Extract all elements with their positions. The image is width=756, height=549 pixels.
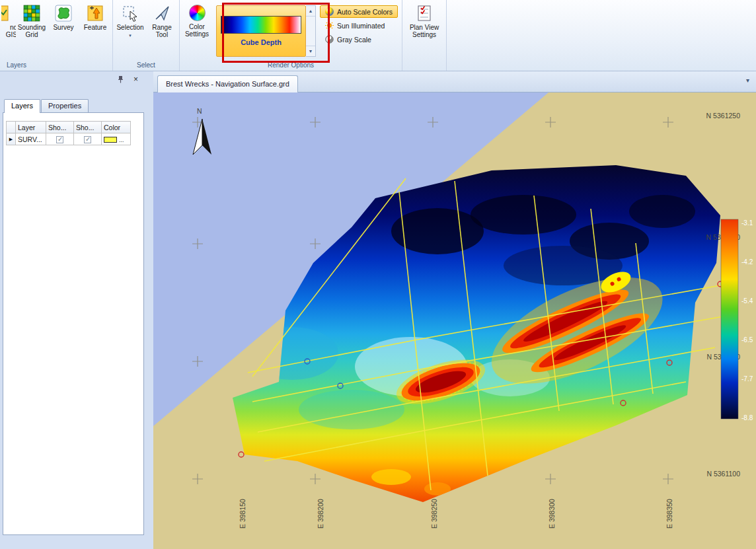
- north-arrow-label: N: [197, 107, 202, 115]
- sounding-grid-button[interactable]: Sounding Grid: [16, 2, 48, 59]
- background-gis-icon: [1, 5, 9, 22]
- range-tool-icon: [153, 5, 170, 22]
- group-label-layers: Layers: [0, 61, 112, 71]
- plan-view-settings-icon: [416, 5, 433, 22]
- sun-illuminated-label: Sun Illuminated: [337, 22, 385, 30]
- colorbar-tick: -7.7: [741, 375, 753, 383]
- gray-scale-icon: [325, 35, 334, 44]
- pin-icon[interactable]: [116, 75, 125, 84]
- sun-icon: [325, 21, 334, 30]
- color-more-icon[interactable]: ...: [119, 137, 124, 143]
- selection-label: Selection: [116, 24, 143, 31]
- colorbar-tick: -3.1: [741, 219, 753, 227]
- plan-view-settings-label: Plan View Settings: [404, 24, 445, 38]
- show-checkbox-cell-2[interactable]: [74, 133, 102, 145]
- group-label-empty: [402, 61, 446, 71]
- gallery-scroll-buttons: ▲ ▼: [306, 5, 316, 57]
- easting-label: E 398150: [239, 499, 246, 529]
- layers-panel-body: Layer Sho... Sho... Color ▶ SURV... ...: [3, 112, 144, 535]
- palette-item-label: Cube Depth: [241, 38, 282, 46]
- northing-label: N 5361100: [706, 470, 740, 478]
- colorbar-tick: -8.8: [741, 414, 753, 421]
- layers-table: Layer Sho... Sho... Color ▶ SURV... ...: [6, 121, 131, 145]
- tab-layers[interactable]: Layers: [4, 99, 40, 112]
- header-show-2[interactable]: Sho...: [74, 122, 102, 133]
- color-swatch[interactable]: [104, 137, 117, 143]
- background-gis-label: nd GIS: [1, 24, 16, 38]
- map-svg: N N 5361250 N 5361200 N 5361150 N 536110…: [153, 92, 756, 549]
- color-settings-label: Color Settings: [181, 23, 213, 38]
- group-label-select: Select: [113, 61, 179, 71]
- header-row-selector: [7, 122, 16, 133]
- ribbon-toolbar: nd GIS Sounding Grid: [0, 0, 756, 71]
- dock-header: ×: [1, 73, 147, 86]
- gray-scale-toggle[interactable]: Gray Scale: [320, 33, 398, 46]
- ribbon-group-layers: nd GIS Sounding Grid: [0, 0, 113, 71]
- northing-label: N 5361250: [706, 112, 741, 120]
- document-tab-bar: Brest Wrecks - Navigation Surface.grd ▾: [153, 71, 756, 92]
- palette-item-cube-depth[interactable]: Cube Depth: [216, 5, 306, 57]
- show-checkbox-cell-1[interactable]: [46, 133, 74, 145]
- close-icon[interactable]: ×: [132, 75, 140, 84]
- header-layer[interactable]: Layer: [16, 122, 46, 133]
- auto-scale-colors-toggle[interactable]: Auto Scale Colors: [320, 5, 398, 18]
- ribbon-group-plan-view: Plan View Settings: [402, 0, 447, 71]
- layers-dock-panel: × Layers Properties Layer Sho... Sho... …: [1, 73, 147, 535]
- survey-button[interactable]: Survey: [48, 2, 79, 59]
- dock-tab-bar: Layers Properties: [4, 99, 147, 112]
- render-toggle-column: Auto Scale Colors Sun Illum: [320, 5, 398, 46]
- header-color[interactable]: Color: [102, 122, 131, 133]
- feature-button[interactable]: Feature: [79, 2, 111, 59]
- tab-list-dropdown-icon[interactable]: ▾: [746, 77, 749, 84]
- range-tool-button[interactable]: Range Tool: [146, 2, 178, 59]
- document-tab[interactable]: Brest Wrecks - Navigation Surface.grd: [157, 75, 298, 92]
- checkbox-checked[interactable]: [84, 136, 91, 143]
- plan-view-settings-button[interactable]: Plan View Settings: [404, 2, 445, 59]
- easting-label: E 398300: [548, 499, 556, 529]
- selection-dropdown-icon[interactable]: ▼: [128, 34, 132, 38]
- ribbon-group-select: Selection ▼ Range Tool Select: [113, 0, 180, 71]
- gallery-scroll-up-icon[interactable]: ▲: [306, 6, 315, 17]
- application-window: nd GIS Sounding Grid: [0, 0, 756, 549]
- ribbon-filler: [447, 0, 756, 71]
- group-label-render-options: Render Options: [180, 61, 402, 71]
- gray-scale-label: Gray Scale: [337, 36, 371, 44]
- map-canvas[interactable]: N N 5361250 N 5361200 N 5361150 N 536110…: [153, 92, 756, 549]
- easting-label: E 398200: [317, 499, 324, 529]
- survey-icon: [55, 5, 72, 22]
- selection-button[interactable]: Selection ▼: [114, 2, 146, 59]
- colorbar-tick: -6.5: [741, 336, 753, 344]
- row-selector-icon: ▶: [7, 133, 16, 145]
- layer-name-cell: SURV...: [16, 133, 46, 145]
- gallery-scroll-down-icon[interactable]: ▼: [306, 46, 315, 56]
- colorbar-tick: -5.4: [741, 297, 753, 305]
- survey-label: Survey: [53, 24, 73, 31]
- layers-table-header-row: Layer Sho... Sho... Color: [7, 122, 131, 133]
- feature-label: Feature: [84, 24, 106, 31]
- feature-icon: [87, 5, 104, 22]
- background-gis-button[interactable]: nd GIS: [1, 2, 16, 59]
- range-tool-label: Range Tool: [146, 24, 178, 38]
- checkbox-checked[interactable]: [56, 136, 63, 143]
- header-show-1[interactable]: Sho...: [46, 122, 74, 133]
- map-pane: Brest Wrecks - Navigation Surface.grd ▾: [153, 71, 756, 549]
- color-wheel-icon: [189, 5, 206, 21]
- ribbon-group-render-options: Color Settings Cube Depth ▲ ▼ Aut: [180, 0, 402, 71]
- tab-properties[interactable]: Properties: [41, 99, 89, 112]
- sun-illuminated-toggle[interactable]: Sun Illuminated: [320, 19, 398, 32]
- sounding-grid-icon: [23, 5, 40, 22]
- color-palette-gallery: Cube Depth ▲ ▼: [216, 5, 316, 57]
- easting-label: E 398250: [430, 499, 438, 529]
- selection-icon: [122, 5, 139, 22]
- color-settings-button[interactable]: Color Settings: [181, 2, 213, 59]
- palette-gradient-strip: [221, 16, 301, 34]
- auto-scale-colors-icon: [325, 7, 334, 16]
- colorbar-tick: -4.2: [741, 258, 753, 266]
- auto-scale-colors-label: Auto Scale Colors: [337, 8, 393, 16]
- easting-label: E 398350: [665, 499, 673, 529]
- color-cell[interactable]: ...: [102, 133, 131, 145]
- sounding-grid-label: Sounding Grid: [16, 24, 48, 38]
- table-row[interactable]: ▶ SURV... ...: [7, 133, 131, 145]
